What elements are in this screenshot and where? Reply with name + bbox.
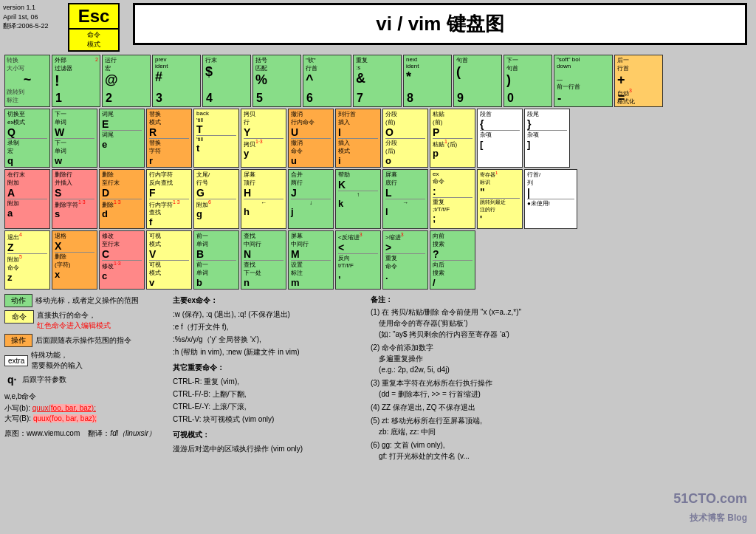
- legend-extra-desc: 特殊功能，需要额外的输入: [31, 350, 83, 371]
- key-n: 查找中间行 N 查找下一处 n: [241, 230, 286, 290]
- key-d: 删除至行末 D 删除1·3 d: [99, 169, 145, 230]
- key-colon: ex命令 : 重复;t/T/f/F ;: [430, 169, 475, 230]
- esc-label: 命令 模式: [68, 30, 120, 52]
- legend-command: 命令: [4, 310, 34, 324]
- legend-action-desc: 移动光标，或者定义操作的范围: [35, 295, 139, 306]
- wb-command: w,e,b命令: [4, 391, 167, 402]
- key-e: 词尾 E 词尾 e: [99, 109, 145, 168]
- legend-operation: 操作: [4, 334, 32, 347]
- asdf-row: 在行末附加 A 附加 a 删除行并插入 S 删除字符1·3 s 删除至行末 D …: [4, 169, 753, 230]
- key-a: 在行末附加 A 附加 a: [4, 169, 50, 230]
- legend-command-desc: 直接执行的命令，红色命令进入编辑模式: [37, 310, 111, 331]
- key-o: 分段(前) O 分段(后) o: [382, 109, 428, 168]
- key-v: 可视模式 V 可视模式 v: [146, 230, 192, 290]
- main-container: version 1.1 April 1st, 06 翻译:2006-5-22 E…: [0, 0, 756, 534]
- key-x: 退格 X 删除(字符) x: [52, 230, 97, 290]
- key-b: 前一单词 B 前一单词 b: [193, 230, 239, 290]
- notes-col: 备注： (1) 在 拷贝/粘贴/删除 命令前使用 "x (x=a..z,*)" …: [371, 294, 753, 462]
- key-m: 屏幕中间行 M 设置标注 m: [288, 230, 334, 290]
- title: vi / vim 键盘图: [133, 3, 747, 45]
- key-u: 撤消行内命令 U 撤消命令 u: [288, 109, 334, 168]
- key-0: 下一句首 ) 0: [504, 55, 552, 107]
- version-info: version 1.1 April 1st, 06 翻译:2006-5-22: [3, 3, 68, 31]
- tilde-key: 转换大小写 ~ 跳转到标注: [4, 55, 50, 107]
- key-s: 删除行并插入 S 删除字符1·3 s: [52, 169, 97, 230]
- info-section: 动作 移动光标，或者定义操作的范围 命令 直接执行的命令，红色命令进入编辑模式 …: [4, 294, 753, 462]
- header-row: version 1.1 April 1st, 06 翻译:2006-5-22 E…: [3, 3, 753, 52]
- key-k: 帮助 K ↑ k: [335, 169, 381, 230]
- key-question: 向前搜索 ? 向后搜索 /: [430, 230, 475, 290]
- key-l: 屏幕底行 L → l: [382, 169, 428, 230]
- key-q: 切换至ex模式 Q 录制宏 q: [4, 109, 50, 168]
- key-3: prevident # 3: [152, 55, 201, 107]
- key-p: 粘贴(前) P 粘贴1(后) p: [430, 109, 475, 168]
- key-minus: "soft" boldown _ 前一行首 -: [554, 55, 613, 107]
- key-c: 修改至行末 C 修改1·3 c: [99, 230, 145, 290]
- key-gt: >缩进3 > 重复命令 .: [382, 230, 428, 290]
- key-j: 合并两行 J ↓ j: [288, 169, 334, 230]
- key-9: 句首 ( 9: [453, 55, 502, 107]
- key-2: 运行宏 @ 2: [102, 55, 151, 107]
- legend-extra: extra: [4, 355, 28, 366]
- key-t: back'till T 'till t: [193, 109, 239, 168]
- key-f: 行内字符反向查找 F 行内字符1·3查找 f: [146, 169, 192, 230]
- lower-b-row: 小写(b): quux(foo, bar, baz);: [4, 403, 167, 414]
- key-1: 外部过滤器 ! 1 2: [52, 55, 100, 107]
- key-z: 退出4 Z 附加5命令 z: [4, 230, 50, 290]
- key-w: 下一单词 W 下一单词 w: [52, 109, 97, 168]
- zxcv-row: 退出4 Z 附加5命令 z 退格 X 删除(字符) x 修改至行末 C 修改1·…: [4, 230, 753, 290]
- esc-key: Esc: [68, 3, 120, 30]
- key-lt: <反缩进3 < 反向t/T/f/F ,: [335, 230, 381, 290]
- source-row: 原图：www.viemu.com 翻译：fdl（linuxsir）: [4, 428, 167, 439]
- key-6: "软"行首 ^ 6: [303, 55, 351, 107]
- upper-b-row: 大写(B): quux(foo, bar, baz);: [4, 414, 167, 424]
- key-quote: 寄存器1标识 " 跳转到最近注的行 ': [477, 169, 523, 230]
- key-4: 行末 $ 4: [202, 55, 251, 107]
- key-backslash: 行首/列 | ●未使用!: [524, 169, 577, 230]
- key-7: 重复:s & 7: [353, 55, 402, 107]
- qwerty-row: 切换至ex模式 Q 录制宏 q 下一单词 W 下一单词 w 词尾 E 词尾 e …: [4, 109, 753, 168]
- legend-action: 动作: [4, 294, 32, 307]
- legend-col: 动作 移动光标，或者定义操作的范围 命令 直接执行的命令，红色命令进入编辑模式 …: [4, 294, 167, 462]
- key-h: 屏幕顶行 H ← h: [241, 169, 286, 230]
- number-row: 转换大小写 ~ 跳转到标注 外部过滤器 ! 1 2 运行宏 @ 2 previd…: [4, 55, 753, 107]
- key-i: 到行首插入 I 插入模式 i: [335, 109, 381, 168]
- key-brace-close: 段尾 } 杂项 ]: [524, 109, 570, 168]
- key-y: 拷贝行 Y 拷贝1·3 y: [241, 109, 286, 168]
- commands-col: 主要ex命令： :w (保存), :q (退出), :q! (不保存退出) :e…: [173, 294, 365, 462]
- key-5: 括号匹配 % 5: [252, 55, 301, 107]
- key-r: 替换模式 R 替换字符 r: [146, 109, 192, 168]
- key-g: 文尾/行号 G 附加6 g: [193, 169, 239, 230]
- key-8: nextident * 8: [403, 55, 452, 107]
- key-brace-open: 段首 { 杂项 [: [477, 109, 523, 168]
- legend-operation-desc: 后面跟随表示操作范围的指令: [35, 335, 131, 346]
- legend-q-desc: 后跟字符参数: [22, 374, 66, 385]
- legend-q: q·: [4, 374, 19, 386]
- key-equals: 后一行首 + 自动3格式化 =: [614, 55, 663, 107]
- watermark: 51CTO.com技术博客 Blog: [673, 490, 747, 525]
